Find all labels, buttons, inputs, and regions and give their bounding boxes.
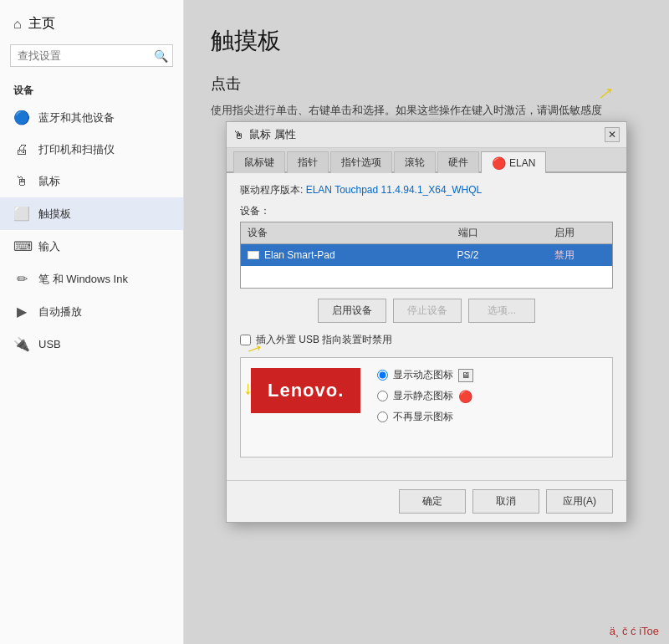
tab-elan[interactable]: 🔴 ELAN <box>481 151 546 173</box>
touchpad-icon: ⬜ <box>13 206 30 222</box>
sidebar-item-usb[interactable]: 🔌 USB <box>0 328 183 360</box>
radio-dynamic-label: 显示动态图标 <box>393 368 453 382</box>
disable-device-button[interactable]: 停止设备 <box>393 299 462 323</box>
tab-wheel[interactable]: 滚轮 <box>394 151 436 173</box>
pen-icon: ✏ <box>13 271 30 287</box>
col-port: 端口 <box>420 222 516 243</box>
sidebar-item-usb-label: USB <box>38 338 61 350</box>
dialog-footer: 确定 取消 应用(A) <box>227 480 626 522</box>
radio-static-input[interactable] <box>377 391 388 401</box>
sidebar-item-pen[interactable]: ✏ 笔 和 Windows Ink <box>0 263 183 295</box>
input-icon: ⌨ <box>13 238 30 254</box>
cell-port: PS/2 <box>420 246 516 264</box>
sidebar-item-input[interactable]: ⌨ 输入 <box>0 230 183 263</box>
mouse-properties-dialog: 🖱 鼠标 属性 ✕ 鼠标键 指针 指针选项 滚轮 硬件 🔴 ELAN <box>226 121 627 523</box>
sidebar-search-container: 🔍 <box>10 44 173 67</box>
sidebar: ⌂ 主页 🔍 设备 🔵 蓝牙和其他设备 🖨 打印机和扫描仪 🖱 鼠标 ⬜ 触摸板… <box>0 0 184 644</box>
radio-no-label: 不再显示图标 <box>393 410 453 424</box>
sidebar-item-printer[interactable]: 🖨 打印机和扫描仪 <box>0 134 183 166</box>
dialog-close-button[interactable]: ✕ <box>605 127 620 142</box>
sidebar-item-pen-label: 笔 和 Windows Ink <box>38 272 128 287</box>
elan-static-icon: 🔴 <box>458 390 472 403</box>
radio-options: 显示动态图标 🖥 显示静态图标 🔴 不再显示图标 <box>377 368 473 424</box>
enable-device-button[interactable]: 启用设备 <box>318 299 386 323</box>
dynamic-icon-box: 🖥 <box>458 369 473 382</box>
dialog-tabs: 鼠标键 指针 指针选项 滚轮 硬件 🔴 ELAN <box>227 148 626 173</box>
tab-hardware[interactable]: 硬件 <box>437 151 479 173</box>
device-small-icon <box>248 251 259 259</box>
device-table: 设备 端口 启用 Elan Smart-Pad PS/2 禁用 <box>240 222 613 289</box>
dialog-overlay: → 🖱 鼠标 属性 ✕ 鼠标键 指针 指针选项 滚轮 硬件 🔴 ELAN <box>184 0 669 644</box>
ok-button[interactable]: 确定 <box>399 489 466 514</box>
dialog-title: 🖱 鼠标 属性 <box>233 127 296 142</box>
col-device: 设备 <box>241 222 420 243</box>
tab-pointer-options[interactable]: 指针选项 <box>330 151 392 173</box>
main-content: 触摸板 点击 使用指尖进行单击、右键单击和选择。如果这些操作在键入时激活，请调低… <box>184 0 669 644</box>
usb-disable-checkbox-row: 插入外置 USB 指向装置时禁用 <box>240 333 613 347</box>
col-enable: 启用 <box>516 222 612 243</box>
cell-device-name: Elan Smart-Pad <box>241 246 420 264</box>
apply-button[interactable]: 应用(A) <box>546 489 613 514</box>
radio-static-icon[interactable]: 显示静态图标 🔴 <box>377 389 473 403</box>
lenovo-logo: Lenovo. <box>251 368 360 413</box>
search-icon: 🔍 <box>154 49 168 63</box>
driver-info: 驱动程序版本: ELAN Touchpad 11.4.94.1_X64_WHQL <box>240 183 613 197</box>
mouse-icon: 🖱 <box>13 174 30 189</box>
dialog-body: 驱动程序版本: ELAN Touchpad 11.4.94.1_X64_WHQL… <box>227 173 626 480</box>
search-input[interactable] <box>10 44 173 67</box>
lower-panel: Lenovo. 显示动态图标 🖥 显示静态图标 🔴 <box>240 357 613 457</box>
sidebar-item-autoplay[interactable]: ▶ 自动播放 <box>0 295 183 328</box>
sidebar-home-label: 主页 <box>28 15 55 33</box>
radio-no-icon[interactable]: 不再显示图标 <box>377 410 473 424</box>
elan-icon: 🔴 <box>492 156 506 170</box>
radio-dynamic-input[interactable] <box>377 370 388 381</box>
cell-enable: 禁用 <box>516 245 612 266</box>
sidebar-item-autoplay-label: 自动播放 <box>38 304 82 319</box>
driver-label: 驱动程序版本: <box>240 184 303 196</box>
home-icon: ⌂ <box>13 17 22 32</box>
cancel-button[interactable]: 取消 <box>472 489 539 514</box>
dialog-title-text: 鼠标 属性 <box>249 127 296 142</box>
sidebar-item-mouse[interactable]: 🖱 鼠标 <box>0 166 183 197</box>
sidebar-section-label: 设备 <box>0 77 183 101</box>
bluetooth-icon: 🔵 <box>13 110 30 125</box>
tab-buttons[interactable]: 鼠标键 <box>233 151 285 173</box>
usb-icon: 🔌 <box>13 336 30 352</box>
printer-icon: 🖨 <box>13 142 30 157</box>
dialog-titlebar: 🖱 鼠标 属性 ✕ <box>227 122 626 148</box>
radio-no-input[interactable] <box>377 411 388 422</box>
dialog-title-icon: 🖱 <box>233 129 244 141</box>
device-section-label: 设备： <box>240 204 613 218</box>
usb-disable-checkbox[interactable] <box>240 335 251 345</box>
sidebar-item-printer-label: 打印机和扫描仪 <box>38 142 115 157</box>
sidebar-item-mouse-label: 鼠标 <box>38 174 60 189</box>
radio-dynamic-icon[interactable]: 显示动态图标 🖥 <box>377 368 473 382</box>
table-row[interactable]: Elan Smart-Pad PS/2 禁用 <box>241 244 612 266</box>
usb-disable-label: 插入外置 USB 指向装置时禁用 <box>256 333 392 347</box>
action-buttons: 启用设备 停止设备 选项... <box>240 299 613 323</box>
sidebar-item-touchpad-label: 触摸板 <box>38 207 71 222</box>
sidebar-item-bluetooth[interactable]: 🔵 蓝牙和其他设备 <box>0 101 183 134</box>
tab-pointer[interactable]: 指针 <box>287 151 329 173</box>
autoplay-icon: ▶ <box>13 304 30 319</box>
radio-static-label: 显示静态图标 <box>393 389 453 403</box>
lenovo-text: Lenovo. <box>268 380 344 401</box>
sidebar-item-touchpad[interactable]: ⬜ 触摸板 <box>0 197 183 230</box>
sidebar-item-input-label: 输入 <box>38 239 60 254</box>
tab-elan-label: ELAN <box>509 157 535 169</box>
driver-version-link[interactable]: ELAN Touchpad 11.4.94.1_X64_WHQL <box>306 184 483 196</box>
sidebar-item-bluetooth-label: 蓝牙和其他设备 <box>38 110 115 125</box>
sidebar-home[interactable]: ⌂ 主页 <box>0 0 183 41</box>
device-table-header: 设备 端口 启用 <box>241 222 612 244</box>
options-button[interactable]: 选项... <box>468 299 535 323</box>
